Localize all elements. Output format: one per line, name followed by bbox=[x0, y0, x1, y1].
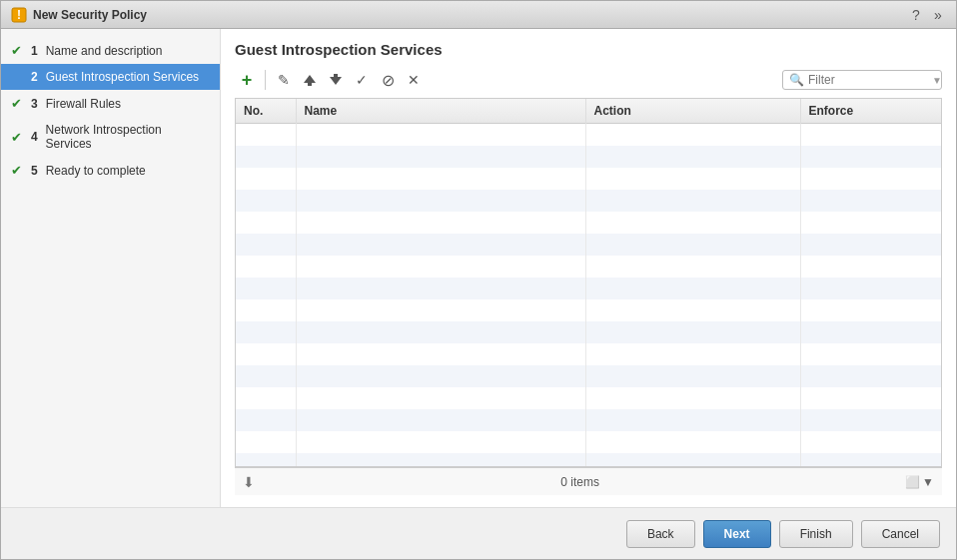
titlebar-right: ? » bbox=[908, 7, 946, 23]
step-num-3: 3 bbox=[31, 97, 38, 111]
table-row bbox=[236, 431, 941, 453]
toolbar: + ✎ ✓ ⊘ ✕ 🔍 ▼ bbox=[235, 68, 942, 92]
table-row bbox=[236, 299, 941, 321]
sidebar-label-2: Guest Introspection Services bbox=[46, 70, 199, 84]
col-header-no: No. bbox=[236, 99, 296, 124]
svg-rect-5 bbox=[334, 74, 338, 77]
sidebar-item-network-introspection[interactable]: ✔ 4 Network Introspection Services bbox=[1, 117, 220, 157]
table-row bbox=[236, 146, 941, 168]
help-button[interactable]: ? bbox=[908, 7, 924, 23]
search-icon: 🔍 bbox=[789, 73, 804, 87]
sidebar-item-firewall-rules[interactable]: ✔ 3 Firewall Rules bbox=[1, 90, 220, 117]
edit-button[interactable]: ✎ bbox=[272, 68, 296, 92]
export-icon[interactable]: ⬇ bbox=[243, 474, 255, 490]
move-up-button[interactable] bbox=[298, 68, 322, 92]
delete-button[interactable]: ✕ bbox=[402, 68, 426, 92]
table-header-row: No. Name Action Enforce bbox=[236, 99, 941, 124]
table-row bbox=[236, 343, 941, 365]
more-button[interactable]: » bbox=[930, 7, 946, 23]
table-row bbox=[236, 190, 941, 212]
sidebar-label-3: Firewall Rules bbox=[46, 97, 121, 111]
add-button[interactable]: + bbox=[235, 68, 259, 92]
table-row bbox=[236, 168, 941, 190]
content: ✔ 1 Name and description 2 Guest Introsp… bbox=[1, 29, 956, 507]
sidebar-label-4: Network Introspection Services bbox=[46, 123, 210, 151]
finish-button[interactable]: Finish bbox=[779, 520, 853, 548]
sidebar-label-5: Ready to complete bbox=[46, 164, 146, 178]
table-row bbox=[236, 256, 941, 278]
footer-buttons: Back Next Finish Cancel bbox=[1, 507, 956, 559]
cancel-button[interactable]: Cancel bbox=[861, 520, 940, 548]
check-icon-5: ✔ bbox=[11, 163, 25, 178]
dialog: ! New Security Policy ? » ✔ 1 Name and d… bbox=[0, 0, 957, 560]
col-header-action: Action bbox=[585, 99, 800, 124]
sidebar-item-guest-introspection[interactable]: 2 Guest Introspection Services bbox=[1, 64, 220, 90]
filter-box: 🔍 ▼ bbox=[782, 70, 942, 90]
filter-input[interactable] bbox=[808, 73, 928, 87]
move-down-button[interactable] bbox=[324, 68, 348, 92]
step-num-2: 2 bbox=[31, 70, 38, 84]
main-area: Guest Introspection Services + ✎ ✓ ⊘ ✕ 🔍 bbox=[221, 29, 956, 507]
table-container: No. Name Action Enforce bbox=[235, 98, 942, 467]
table-body bbox=[236, 124, 941, 468]
sidebar-item-ready-to-complete[interactable]: ✔ 5 Ready to complete bbox=[1, 157, 220, 184]
export-arrow-icon: ⬜ bbox=[905, 475, 920, 489]
check-icon-1: ✔ bbox=[11, 43, 25, 58]
enable-button[interactable]: ✓ bbox=[350, 68, 374, 92]
data-table: No. Name Action Enforce bbox=[236, 99, 941, 467]
table-row bbox=[236, 234, 941, 256]
titlebar: ! New Security Policy ? » bbox=[1, 1, 956, 29]
next-button[interactable]: Next bbox=[703, 520, 771, 548]
disable-button[interactable]: ⊘ bbox=[376, 68, 400, 92]
table-row bbox=[236, 409, 941, 431]
items-count: 0 items bbox=[560, 475, 599, 489]
table-row bbox=[236, 124, 941, 146]
svg-rect-3 bbox=[308, 83, 312, 86]
table-row bbox=[236, 321, 941, 343]
filter-dropdown-icon[interactable]: ▼ bbox=[932, 75, 942, 86]
page-title: Guest Introspection Services bbox=[235, 41, 942, 58]
back-button[interactable]: Back bbox=[626, 520, 695, 548]
table-row bbox=[236, 387, 941, 409]
titlebar-left: ! New Security Policy bbox=[11, 7, 147, 23]
toolbar-separator-1 bbox=[265, 70, 266, 90]
check-icon-4: ✔ bbox=[11, 130, 25, 145]
sidebar: ✔ 1 Name and description 2 Guest Introsp… bbox=[1, 29, 221, 507]
export-button[interactable]: ⬜ ▼ bbox=[905, 475, 934, 489]
svg-marker-2 bbox=[304, 75, 316, 83]
table-footer: ⬇ 0 items ⬜ ▼ bbox=[235, 467, 942, 495]
policy-icon: ! bbox=[11, 7, 27, 23]
step-num-4: 4 bbox=[31, 130, 38, 144]
sidebar-label-1: Name and description bbox=[46, 44, 163, 58]
table-row bbox=[236, 212, 941, 234]
step-num-5: 5 bbox=[31, 164, 38, 178]
col-header-name: Name bbox=[296, 99, 585, 124]
table-row bbox=[236, 278, 941, 299]
sidebar-item-name-description[interactable]: ✔ 1 Name and description bbox=[1, 37, 220, 64]
table-row bbox=[236, 453, 941, 468]
titlebar-title: New Security Policy bbox=[33, 8, 147, 22]
svg-marker-4 bbox=[330, 77, 342, 85]
step-num-1: 1 bbox=[31, 44, 38, 58]
export-dropdown-icon: ▼ bbox=[922, 475, 934, 489]
col-header-enforce: Enforce bbox=[800, 99, 941, 124]
table-row bbox=[236, 365, 941, 387]
check-icon-3: ✔ bbox=[11, 96, 25, 111]
svg-text:!: ! bbox=[17, 8, 21, 22]
